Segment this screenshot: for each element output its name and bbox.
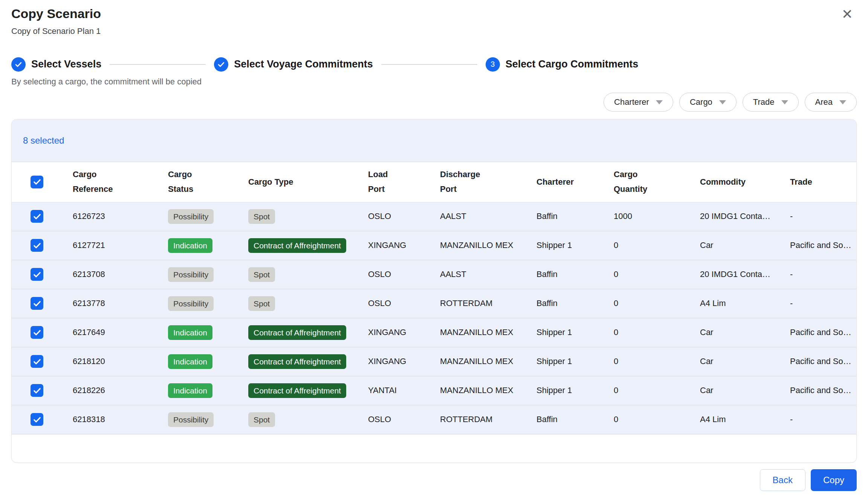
cargo-status-badge: Indication (168, 354, 212, 369)
copy-button[interactable]: Copy (811, 469, 857, 491)
column-header-trade: Trade (790, 175, 856, 190)
filter-label: Charterer (614, 97, 649, 107)
row-checkbox[interactable] (31, 413, 43, 426)
row-checkbox[interactable] (31, 268, 43, 281)
cargo-commitments-table: 8 selected Cargo ReferenceCargo StatusCa… (11, 119, 857, 463)
step-number-badge: 3 (486, 57, 500, 72)
discharge-port: AALST (440, 211, 536, 221)
cargo-type-badge: Contract of Affreightment (248, 383, 346, 398)
back-button[interactable]: Back (760, 469, 805, 491)
trade: - (790, 211, 856, 221)
cargo-status-badge: Possibility (168, 412, 214, 427)
cargo-type-cell: Contract of Affreightment (248, 325, 368, 340)
step-number: 3 (491, 60, 495, 69)
cargo-type-cell: Spot (248, 209, 368, 224)
charterer: Shipper 1 (536, 386, 614, 395)
table-row[interactable]: 6218318PossibilitySpotOSLOROTTERDAMBaffi… (12, 406, 856, 435)
trade: - (790, 269, 856, 279)
filter-area-dropdown[interactable]: Area (805, 93, 857, 112)
filter-trade-dropdown[interactable]: Trade (743, 93, 799, 112)
cargo-type-badge: Spot (248, 412, 275, 427)
cargo-reference: 6213778 (73, 298, 168, 308)
load-port: XINGANG (368, 240, 440, 250)
step-select-cargo-commitments[interactable]: 3 Select Cargo Commitments (486, 57, 639, 72)
table-row[interactable]: 6218120IndicationContract of Affreightme… (12, 347, 856, 376)
row-checkbox-cell (12, 355, 73, 368)
cargo-status-cell: Possibility (168, 209, 248, 224)
row-checkbox-cell (12, 210, 73, 223)
column-header-discharge-port: Discharge Port (440, 167, 536, 196)
copy-scenario-dialog: Copy Scenario Copy of Scenario Plan 1 ✕ … (0, 0, 868, 502)
row-checkbox[interactable] (31, 210, 43, 223)
cargo-status-cell: Indication (168, 383, 248, 398)
select-all-cell (12, 176, 73, 188)
step-select-vessels[interactable]: Select Vessels (11, 57, 101, 72)
table-row[interactable]: 6217649IndicationContract of Affreightme… (12, 318, 856, 347)
commodity: Car (700, 240, 790, 250)
column-header-cargo-type: Cargo Type (248, 175, 368, 190)
trade: Pacific and So… (790, 328, 856, 337)
select-all-checkbox[interactable] (31, 176, 43, 188)
cargo-quantity: 0 (614, 240, 700, 250)
charterer: Baffin (536, 269, 614, 279)
dialog-subtitle: Copy of Scenario Plan 1 (11, 26, 101, 36)
discharge-port: ROTTERDAM (440, 298, 536, 308)
cargo-status-badge: Indication (168, 325, 212, 340)
commodity: Car (700, 328, 790, 337)
chevron-down-icon (719, 100, 726, 104)
cargo-status-cell: Possibility (168, 412, 248, 427)
cargo-status-badge: Indication (168, 238, 212, 253)
step-connector (381, 64, 477, 65)
discharge-port: ROTTERDAM (440, 415, 536, 424)
chevron-down-icon (839, 100, 846, 104)
close-button[interactable]: ✕ (838, 6, 857, 23)
cargo-reference: 6218120 (73, 357, 168, 366)
table-row[interactable]: 6213708PossibilitySpotOSLOAALSTBaffin020… (12, 260, 856, 289)
row-checkbox[interactable] (31, 326, 43, 339)
filter-label: Trade (753, 97, 775, 107)
row-checkbox[interactable] (31, 384, 43, 397)
dialog-header: Copy Scenario Copy of Scenario Plan 1 ✕ (11, 6, 857, 36)
trade: - (790, 298, 856, 308)
load-port: OSLO (368, 415, 440, 424)
table-row[interactable]: 6126723PossibilitySpotOSLOAALSTBaffin100… (12, 202, 856, 231)
cargo-type-badge: Contract of Affreightment (248, 354, 346, 369)
row-checkbox[interactable] (31, 297, 43, 310)
table-row[interactable]: 6218226IndicationContract of Affreightme… (12, 376, 856, 406)
trade: Pacific and So… (790, 357, 856, 366)
cargo-quantity: 0 (614, 415, 700, 424)
charterer: Shipper 1 (536, 357, 614, 366)
cargo-reference: 6213708 (73, 269, 168, 279)
column-header-cargo-reference: Cargo Reference (73, 167, 168, 196)
selection-summary-bar: 8 selected (12, 119, 856, 162)
column-header-commodity: Commodity (700, 175, 790, 190)
column-header-load-port: Load Port (368, 167, 440, 196)
cargo-status-cell: Indication (168, 238, 248, 253)
cargo-status-badge: Possibility (168, 209, 214, 224)
filter-label: Area (815, 97, 833, 107)
step-connector (110, 64, 206, 65)
trade: Pacific and So… (790, 240, 856, 250)
cargo-type-badge: Contract of Affreightment (248, 325, 346, 340)
table-row[interactable]: 6213778PossibilitySpotOSLOROTTERDAMBaffi… (12, 289, 856, 318)
charterer: Shipper 1 (536, 328, 614, 337)
commodity: A4 Lim (700, 298, 790, 308)
cargo-quantity: 0 (614, 269, 700, 279)
row-checkbox-cell (12, 268, 73, 281)
row-checkbox[interactable] (31, 355, 43, 368)
step-select-voyage-commitments[interactable]: Select Voyage Commitments (214, 57, 373, 72)
filter-charterer-dropdown[interactable]: Charterer (604, 93, 673, 112)
commodity: Car (700, 357, 790, 366)
helper-text: By selecting a cargo, the commitment wil… (11, 77, 857, 87)
row-checkbox-cell (12, 239, 73, 252)
table-row[interactable]: 6127721IndicationContract of Affreightme… (12, 231, 856, 260)
page-title: Copy Scenario (11, 6, 101, 21)
row-checkbox[interactable] (31, 239, 43, 252)
filter-cargo-dropdown[interactable]: Cargo (679, 93, 737, 112)
charterer: Shipper 1 (536, 240, 614, 250)
chevron-down-icon (781, 100, 788, 104)
charterer: Baffin (536, 298, 614, 308)
row-checkbox-cell (12, 297, 73, 310)
charterer: Baffin (536, 211, 614, 221)
selected-count: 8 selected (23, 135, 64, 146)
